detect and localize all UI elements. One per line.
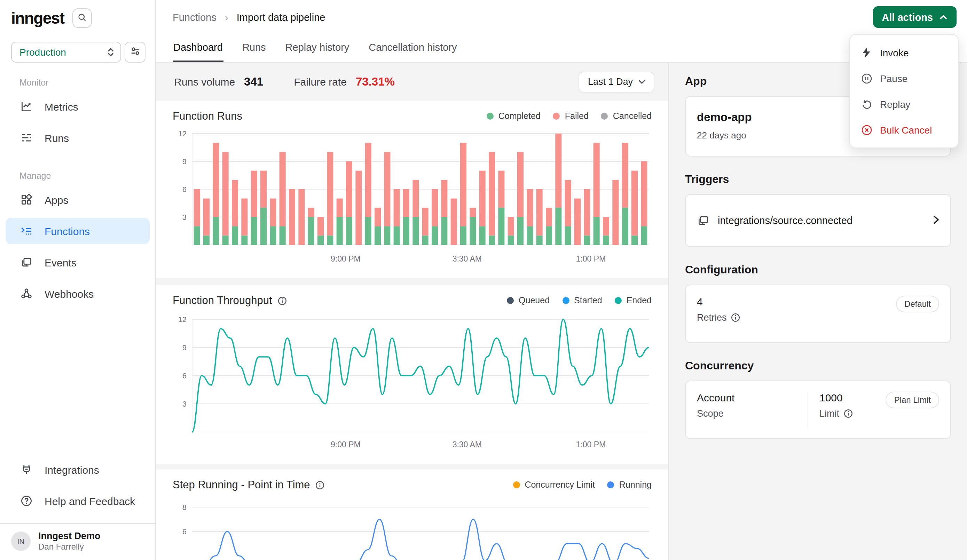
svg-text:9: 9 [182,157,186,166]
function-runs-card: Function Runs Completed Failed Cancelled… [156,101,668,278]
scope-label: Scope [697,408,797,419]
limit-label: Limit [819,408,853,419]
menu-item-label: Bulk Cancel [880,124,932,135]
sidebar-item-metrics[interactable]: Metrics [6,93,150,120]
failure-rate-label: Failure rate [294,76,347,88]
menu-item-bulk-cancel[interactable]: Bulk Cancel [850,117,958,143]
plan-limit-badge: Plan Limit [886,392,939,408]
function-throughput-legend: Queued Started Ended [507,296,652,305]
sidebar-item-webhooks[interactable]: Webhooks [6,280,150,307]
concurrency-section: Concurrency Account Scope 1000 Limit [685,360,951,439]
environment-settings-button[interactable] [125,42,145,63]
page-header: Functions › Import data pipeline Dashboa… [156,0,967,63]
breadcrumb-functions[interactable]: Functions [173,12,216,23]
tab-replay-history[interactable]: Replay history [285,35,350,62]
svg-text:9:00 PM: 9:00 PM [331,254,361,263]
info-icon[interactable] [731,313,740,322]
tab-cancellation-history[interactable]: Cancellation history [368,35,457,62]
replay-icon [860,99,872,110]
sidebar-item-integrations[interactable]: Integrations [6,456,150,483]
sidebar-section-manage: Manage [0,171,155,181]
default-badge: Default [896,296,939,312]
svg-text:1:00 PM: 1:00 PM [576,440,606,449]
info-icon[interactable] [316,480,325,489]
sidebar-item-label: Metrics [45,100,78,112]
svg-text:9:00 PM: 9:00 PM [331,440,361,449]
help-icon [20,495,33,507]
svg-text:9: 9 [182,343,186,352]
menu-item-label: Invoke [880,47,909,58]
sidebar: inngest Production Monitor [0,0,156,560]
all-actions-menu: Invoke Pause Replay Bulk Cancel [849,34,959,148]
queued-dot-icon [507,297,514,304]
info-icon[interactable] [278,296,287,305]
retries-card: 4 Retries Default [685,285,951,343]
apps-icon [20,193,33,206]
stat-runs-volume: Runs volume 341 [174,75,263,88]
trigger-row[interactable]: integrations/source.connected [685,194,951,247]
running-dot-icon [607,481,614,488]
limit-value: 1000 [819,392,853,404]
tab-bar: Dashboard Runs Replay history Cancellati… [173,35,457,62]
runs-volume-value: 341 [244,75,263,88]
tab-runs[interactable]: Runs [242,35,267,62]
sidebar-item-apps[interactable]: Apps [6,186,150,213]
metrics-icon [20,100,33,113]
sidebar-section-monitor: Monitor [0,78,155,88]
menu-item-pause[interactable]: Pause [850,65,958,91]
step-running-chart: 68 [173,497,652,560]
search-icon [77,12,87,24]
breadcrumb: Functions › Import data pipeline [156,0,967,23]
time-range-select[interactable]: Last 1 Day [579,71,654,92]
svg-text:3:30 AM: 3:30 AM [452,254,482,263]
function-throughput-card: Function Throughput Queued Started Ended… [156,285,668,464]
sidebar-item-events[interactable]: Events [6,249,150,275]
app-window: inngest Production Monitor [0,0,967,560]
concurrency-limit-dot-icon [513,481,520,488]
inngest-logo: inngest [11,9,64,28]
event-icon [697,214,710,227]
ended-dot-icon [615,297,622,304]
svg-text:6: 6 [182,185,186,194]
menu-item-invoke[interactable]: Invoke [850,40,958,65]
svg-text:3: 3 [182,400,186,408]
menu-item-replay[interactable]: Replay [850,91,958,117]
cancel-circle-icon [860,124,872,135]
sidebar-item-label: Apps [45,194,68,206]
function-runs-title: Function Runs [173,110,242,122]
runs-icon [20,132,33,144]
failed-dot-icon [553,113,560,120]
triggers-section: Triggers integrations/source.connected [685,173,951,247]
search-button[interactable] [73,8,92,28]
function-runs-chart: 369129:00 PM3:30 AM1:00 PM [173,128,652,268]
concurrency-heading: Concurrency [685,360,951,372]
failure-rate-value: 73.31% [356,75,395,88]
sidebar-item-label: Integrations [45,464,99,476]
legend-failed: Failed [553,111,589,121]
legend-running: Running [607,480,652,490]
legend-completed: Completed [487,111,541,121]
environment-select[interactable]: Production [11,42,121,63]
legend-started: Started [562,296,602,305]
sidebar-item-runs[interactable]: Runs [6,125,150,151]
user-org: Inngest Demo [38,531,101,541]
info-icon[interactable] [843,409,853,418]
legend-ended: Ended [615,296,652,305]
sidebar-item-help[interactable]: Help and Feedback [6,488,150,514]
step-running-legend: Concurrency Limit Running [513,480,652,490]
completed-dot-icon [487,113,493,120]
sidebar-item-functions[interactable]: Functions [6,218,150,244]
cancelled-dot-icon [601,113,608,120]
lightning-icon [860,47,872,58]
user-menu[interactable]: IN Inngest Demo Dan Farrelly [0,523,155,560]
retries-label: Retries [697,312,740,323]
svg-text:12: 12 [178,129,186,138]
all-actions-button[interactable]: All actions [873,6,957,28]
tab-dashboard[interactable]: Dashboard [173,35,223,62]
svg-text:3:30 AM: 3:30 AM [452,440,482,449]
retries-value: 4 [697,296,740,308]
runs-volume-label: Runs volume [174,76,235,88]
triggers-heading: Triggers [685,173,951,186]
configuration-heading: Configuration [685,264,951,276]
avatar: IN [11,532,31,551]
